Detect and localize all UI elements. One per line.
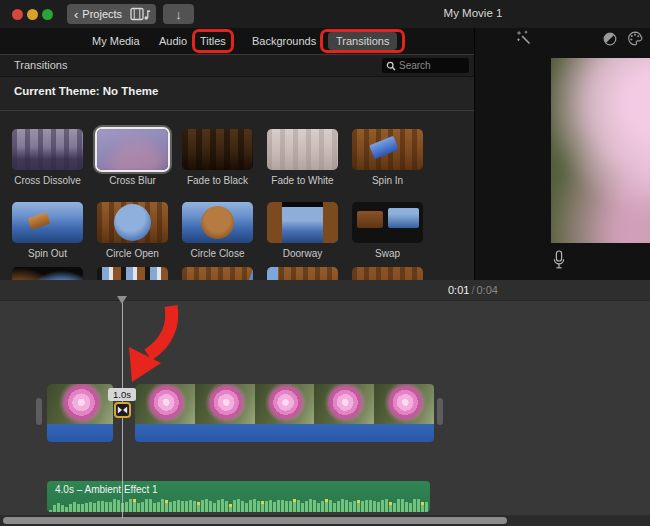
tab-titles[interactable]: Titles — [200, 35, 226, 47]
film-music-icon — [130, 7, 151, 21]
color-balance-icon[interactable] — [603, 32, 617, 46]
timecode-total: 0:04 — [476, 284, 497, 296]
imovie-window: ‹ Projects ↓ My Movie 1 My Media Audio T… — [0, 0, 650, 526]
color-palette-icon[interactable] — [627, 31, 643, 46]
enhance-wand-icon[interactable] — [516, 30, 532, 46]
browser-header: Transitions Search — [0, 55, 474, 77]
transition-thumb-circle-close[interactable] — [182, 202, 253, 243]
clip-trim-handle-left[interactable] — [36, 398, 42, 425]
transition-label: Swap — [337, 248, 438, 259]
close-window-button[interactable] — [12, 9, 23, 20]
annotation-box-titles: Titles — [192, 29, 234, 53]
partial-preview — [12, 267, 83, 280]
transition-thumb-swap[interactable] — [352, 202, 423, 243]
preview-monitor — [551, 58, 650, 243]
viewer-pane — [474, 28, 650, 280]
audio-clip[interactable]: 4.0s – Ambient Effect 1 — [47, 481, 430, 512]
title-bar: ‹ Projects ↓ My Movie 1 — [0, 0, 650, 28]
tab-audio[interactable]: Audio — [159, 28, 187, 54]
content-tab-bar: My Media Audio Titles Backgrounds Transi… — [0, 28, 474, 54]
swap-preview — [352, 202, 423, 243]
video-clip-1[interactable] — [47, 384, 113, 442]
download-button[interactable]: ↓ — [163, 4, 194, 24]
fade-to-white-preview — [267, 129, 338, 170]
partial-preview — [352, 267, 423, 280]
transition-thumb-partial[interactable] — [267, 267, 338, 280]
partial-preview — [182, 267, 253, 280]
zoom-window-button[interactable] — [42, 9, 53, 20]
circle-close-shape — [201, 206, 234, 239]
annotation-arrow — [110, 298, 190, 413]
timecode-display: 0:01/0:04 — [448, 284, 498, 296]
partial-preview — [97, 267, 168, 280]
circle-open-shape — [114, 204, 151, 241]
download-arrow-icon: ↓ — [175, 7, 182, 22]
audio-clip-label: 4.0s – Ambient Effect 1 — [55, 484, 158, 495]
timeline: 0:01/0:04 1.0s — [0, 280, 650, 526]
annotation-box-transitions: Transitions — [320, 29, 405, 53]
transition-thumb-cross-blur[interactable] — [97, 129, 168, 170]
timeline-scrollbar-track[interactable] — [0, 515, 650, 526]
transition-thumb-spin-out[interactable] — [12, 202, 83, 243]
preview-image-flower — [551, 58, 650, 243]
microphone-icon[interactable] — [552, 250, 566, 270]
tab-backgrounds[interactable]: Backgrounds — [252, 28, 316, 54]
media-import-button[interactable] — [125, 4, 156, 24]
transition-thumb-circle-open[interactable] — [97, 202, 168, 243]
transition-thumb-partial[interactable] — [352, 267, 423, 280]
timeline-scrollbar-thumb[interactable] — [3, 517, 507, 524]
clip-audio-strip — [135, 424, 434, 442]
transition-thumb-partial[interactable] — [12, 267, 83, 280]
partial-preview — [267, 267, 338, 280]
transition-thumb-partial[interactable] — [97, 267, 168, 280]
chevron-left-icon: ‹ — [74, 8, 78, 21]
cross-blur-preview — [97, 129, 168, 170]
transition-thumb-fade-to-white[interactable] — [267, 129, 338, 170]
transition-thumb-doorway[interactable] — [267, 202, 338, 243]
tab-my-media[interactable]: My Media — [92, 28, 140, 54]
transition-label: Spin In — [337, 175, 438, 186]
clip-filmstrip — [47, 384, 113, 424]
doorway-preview — [267, 202, 338, 243]
timecode-current: 0:01 — [448, 284, 469, 296]
search-placeholder: Search — [399, 60, 431, 71]
projects-button[interactable]: ‹ Projects — [67, 4, 132, 24]
minimize-window-button[interactable] — [27, 9, 38, 20]
cross-dissolve-preview — [12, 129, 83, 170]
fade-to-black-preview — [182, 129, 253, 170]
transition-thumb-fade-to-black[interactable] — [182, 129, 253, 170]
clip-audio-strip — [47, 424, 113, 442]
projects-button-label: Projects — [82, 8, 122, 20]
theme-row: Current Theme: No Theme — [0, 77, 474, 111]
timeline-ruler[interactable]: 0:01/0:04 — [0, 280, 650, 301]
transitions-browser: Transitions Search Current Theme: No The… — [0, 54, 474, 280]
transition-thumb-spin-in[interactable] — [352, 129, 423, 170]
clip-trim-handle-right[interactable] — [437, 398, 443, 425]
transition-thumb-cross-dissolve[interactable] — [12, 129, 83, 170]
current-theme-label: Current Theme: No Theme — [14, 85, 158, 97]
browser-title: Transitions — [14, 59, 67, 71]
transition-thumb-partial[interactable] — [182, 267, 253, 280]
audio-waveform — [49, 496, 428, 512]
window-title: My Movie 1 — [418, 7, 528, 19]
search-icon — [386, 61, 396, 71]
tab-transitions[interactable]: Transitions — [328, 32, 397, 50]
search-input[interactable]: Search — [382, 58, 469, 73]
